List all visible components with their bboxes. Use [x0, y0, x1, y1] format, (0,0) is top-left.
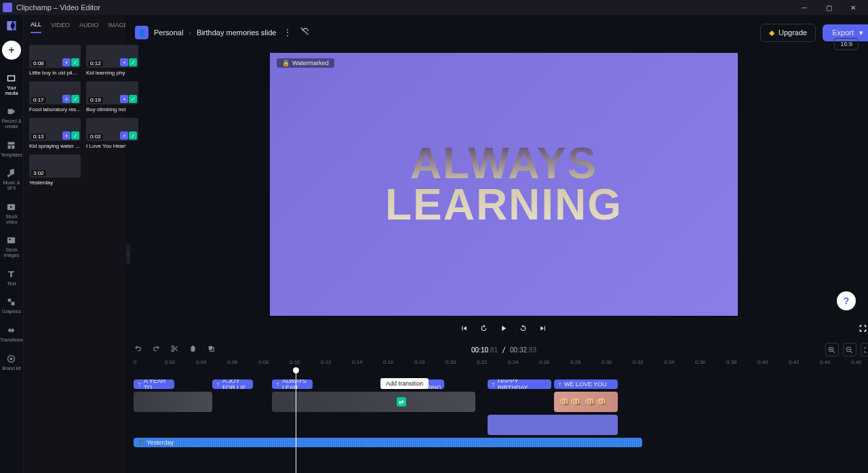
audio-track[interactable]: 🎵 Yesterday: [134, 438, 868, 447]
time-ruler[interactable]: 00:020:040:060:080:100:120:140:160:180:2…: [125, 359, 868, 371]
play-button[interactable]: [499, 323, 508, 335]
overlay-track[interactable]: [134, 415, 868, 435]
delete-button[interactable]: [189, 344, 197, 356]
preview-canvas[interactable]: 🔒Watermarked ALWAYSLEARNING: [270, 53, 738, 316]
watermark-badge: 🔒Watermarked: [277, 58, 334, 68]
lock-icon: 🔒: [282, 60, 290, 66]
rail-record[interactable]: Record & create: [0, 101, 23, 134]
media-item[interactable]: 3:02Yesterday: [29, 155, 81, 186]
media-tabs: ALL VIDEO AUDIO IMAGES: [24, 15, 125, 39]
tab-all[interactable]: ALL: [31, 21, 41, 33]
svg-rect-3: [12, 145, 15, 148]
text-clip[interactable]: TA JOY FOR LIF: [212, 379, 253, 389]
rail-music[interactable]: Music & SFX: [0, 163, 23, 196]
timecode: 00:10.81 / 00:32.83: [471, 346, 536, 354]
rail-brand-kit[interactable]: Brand kit: [0, 348, 23, 377]
text-track[interactable]: TA YEAR TOTA JOY FOR LIFTALWAYS LEARTP P…: [134, 379, 868, 389]
close-button[interactable]: ✕: [841, 0, 865, 15]
svg-rect-1: [8, 142, 15, 144]
main-area: 👤 Personal › Birthday memories slide ⋮ ◆…: [125, 15, 868, 473]
rail-stock-images[interactable]: Stock images: [0, 230, 23, 263]
gem-icon: ◆: [769, 28, 774, 37]
rail-templates[interactable]: Templates: [0, 135, 23, 163]
svg-rect-2: [8, 145, 11, 148]
sync-off-icon[interactable]: [299, 26, 310, 39]
svg-point-10: [10, 357, 13, 360]
redo-button[interactable]: [152, 344, 161, 356]
playhead[interactable]: [296, 371, 296, 473]
timeline-toolbar: 00:10.81 / 00:32.83: [125, 340, 868, 359]
text-clip[interactable]: TWE LOVE YOU: [554, 379, 618, 389]
topbar: 👤 Personal › Birthday memories slide ⋮ ◆…: [125, 15, 868, 50]
media-grid: 0:08+✓Little boy in old pil...0:12+✓Kid …: [24, 39, 125, 191]
video-clip[interactable]: [134, 392, 212, 412]
skip-end-button[interactable]: [538, 323, 547, 335]
minimize-button[interactable]: ─: [792, 0, 816, 15]
chevron-right-icon: ›: [189, 28, 191, 37]
media-panel: ALL VIDEO AUDIO IMAGES 0:08+✓Little boy …: [24, 15, 125, 473]
overlay-clip[interactable]: [488, 415, 618, 435]
aspect-ratio-button[interactable]: 16:9: [834, 38, 859, 50]
rail-your-media[interactable]: Your media: [0, 68, 23, 101]
zoom-out-button[interactable]: [843, 343, 856, 356]
left-rail: + Your media Record & create Templates M…: [0, 15, 24, 473]
split-button[interactable]: [170, 344, 179, 356]
brand-icon: [5, 19, 18, 33]
playbar: [125, 318, 868, 340]
help-button[interactable]: ?: [837, 291, 856, 310]
tab-audio[interactable]: AUDIO: [79, 22, 99, 33]
video-track[interactable]: Add transition ⇄ 👊🏼👊🏼 👊🏼👊🏼: [134, 392, 868, 412]
svg-rect-0: [8, 109, 14, 115]
titlebar: Clipchamp – Video Editor ─ ▢ ✕: [0, 0, 868, 15]
skip-start-button[interactable]: [460, 323, 469, 335]
workspace-avatar[interactable]: 👤: [135, 26, 149, 39]
add-button[interactable]: +: [2, 41, 21, 60]
rail-graphics[interactable]: Graphics: [0, 291, 23, 320]
transition-tooltip: Add transition: [380, 378, 429, 389]
breadcrumb: 👤 Personal › Birthday memories slide: [135, 26, 276, 39]
panel-collapse-button[interactable]: ‹: [126, 244, 130, 264]
video-clip[interactable]: 👊🏼👊🏼 👊🏼👊🏼: [554, 392, 618, 412]
tab-video[interactable]: VIDEO: [51, 22, 70, 33]
timeline: 00:10.81 / 00:32.83 00:020:040:060:080:1…: [125, 340, 868, 473]
svg-point-7: [8, 299, 12, 302]
fullscreen-button[interactable]: [859, 323, 867, 335]
window-controls: ─ ▢ ✕: [792, 0, 865, 15]
text-clip[interactable]: TA YEAR TO: [134, 379, 174, 389]
text-clip[interactable]: TALWAYS LEAR: [272, 379, 313, 389]
preview-area: 🔒Watermarked ALWAYSLEARNING: [125, 50, 868, 318]
upgrade-button[interactable]: ◆Upgrade: [760, 24, 816, 42]
chevron-down-icon: ▾: [859, 28, 863, 37]
rewind-button[interactable]: [479, 323, 488, 335]
app-icon: [3, 3, 12, 12]
zoom-in-button[interactable]: [825, 343, 839, 356]
zoom-controls: [825, 343, 868, 356]
rail-text[interactable]: Text: [0, 264, 23, 292]
tracks[interactable]: TA YEAR TOTA JOY FOR LIFTALWAYS LEARTP P…: [125, 371, 868, 473]
svg-rect-11: [209, 346, 212, 350]
add-transition-button[interactable]: ⇄: [397, 397, 406, 407]
media-item[interactable]: 0:17+✓Food laboratory res...: [29, 81, 81, 112]
text-clip[interactable]: THAPPY BIRTHDAY: [488, 379, 551, 389]
project-more-button[interactable]: ⋮: [283, 27, 292, 38]
rail-transitions[interactable]: Transitions: [0, 320, 23, 348]
svg-point-6: [9, 239, 12, 241]
video-clip[interactable]: [272, 392, 475, 412]
duplicate-button[interactable]: [207, 344, 216, 356]
workspace-name[interactable]: Personal: [154, 28, 183, 37]
svg-rect-8: [12, 302, 15, 306]
audio-clip[interactable]: 🎵 Yesterday: [134, 438, 642, 447]
media-item[interactable]: 0:08+✓Little boy in old pil...: [29, 45, 81, 76]
window-title: Clipchamp – Video Editor: [16, 3, 100, 12]
project-title[interactable]: Birthday memories slide: [197, 28, 276, 37]
forward-button[interactable]: [519, 323, 528, 335]
maximize-button[interactable]: ▢: [816, 0, 841, 15]
fit-button[interactable]: [861, 343, 868, 356]
svg-rect-5: [7, 237, 15, 243]
media-item[interactable]: 0:13+✓Kid spraying water ...: [29, 118, 81, 149]
preview-text: ALWAYSLEARNING: [385, 143, 623, 226]
undo-button[interactable]: [134, 344, 142, 356]
rail-stock-video[interactable]: Stock video: [0, 197, 23, 230]
